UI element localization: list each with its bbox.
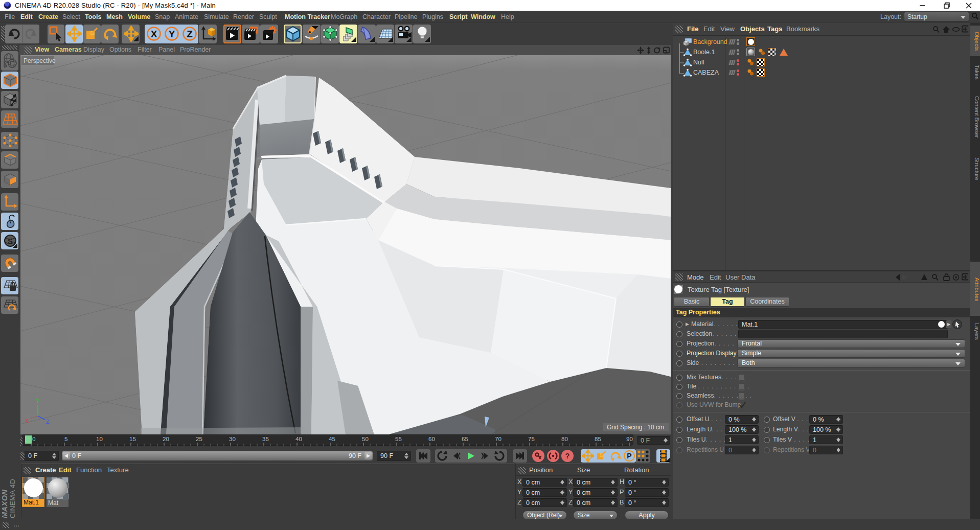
svg-text:0: 0 [32, 436, 35, 442]
svg-text:S: S [8, 237, 13, 245]
svg-text:X: X [25, 418, 29, 424]
svg-text:40: 40 [295, 436, 302, 442]
svg-text:10: 10 [96, 436, 103, 442]
svg-text:60: 60 [428, 436, 435, 442]
svg-text:30: 30 [229, 436, 236, 442]
svg-text:Perspective: Perspective [24, 57, 56, 64]
svg-text:75: 75 [528, 436, 535, 442]
svg-text:20: 20 [163, 436, 169, 442]
svg-text:?: ? [565, 452, 570, 460]
svg-text:P: P [627, 452, 631, 460]
svg-text:Y: Y [169, 29, 175, 39]
svg-text:25: 25 [196, 436, 202, 442]
svg-text:90: 90 [626, 436, 633, 442]
svg-text:X: X [151, 29, 157, 39]
svg-text:45: 45 [329, 436, 335, 442]
svg-text:Grid Spacing : 10 cm: Grid Spacing : 10 cm [607, 424, 664, 431]
svg-text:15: 15 [129, 436, 136, 442]
svg-text:Y: Y [36, 398, 40, 404]
svg-text:65: 65 [462, 436, 468, 442]
svg-text:80: 80 [561, 436, 568, 442]
svg-text:35: 35 [262, 436, 269, 442]
svg-text:55: 55 [395, 436, 402, 442]
svg-text:85: 85 [595, 436, 601, 442]
svg-text:Z: Z [187, 29, 193, 39]
svg-text:5: 5 [64, 436, 67, 442]
svg-text:50: 50 [362, 436, 369, 442]
svg-text:Z: Z [46, 419, 50, 425]
svg-text:70: 70 [495, 436, 502, 442]
